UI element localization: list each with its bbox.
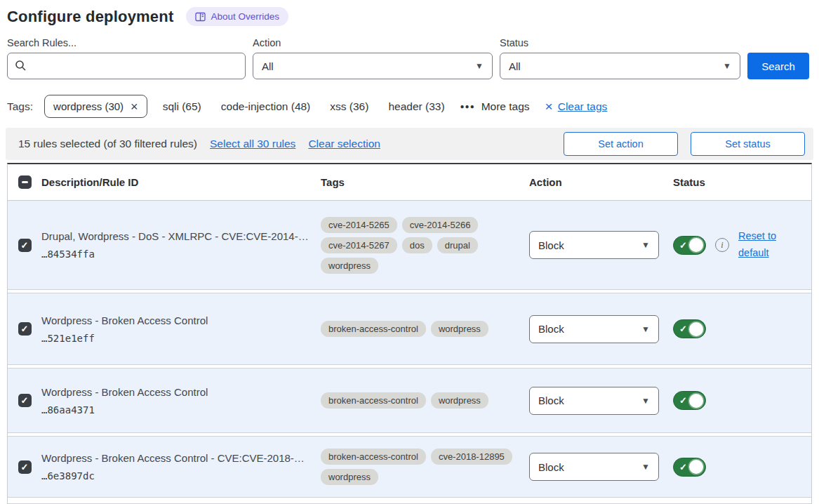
tag-filter[interactable]: sqli (65) [163,100,201,113]
toggle-knob [689,394,703,408]
selection-summary: 15 rules selected (of 30 filtered rules) [18,138,197,150]
tag-pill: dos [402,237,432,253]
table-row: ✓ Wordpress - Broken Access Control …86a… [8,368,811,433]
rule-description: Wordpress - Broken Access Control - CVE:… [41,452,321,464]
about-overrides-badge[interactable]: About Overrides [186,7,288,26]
tags-bar: Tags: wordpress (30) × sqli (65)code-inj… [7,95,812,118]
table-row: ✓ Wordpress - Broken Access Control - CV… [8,436,811,498]
page-title: Configure deployment [7,8,173,26]
search-input[interactable] [7,53,246,79]
check-icon: ✓ [679,462,687,472]
rule-id: …6e3897dc [41,470,321,482]
table-row: ✓ Drupal, Wordpress - DoS - XMLRPC - CVE… [8,201,811,290]
tag-filter[interactable]: xss (36) [330,100,368,113]
rule-tags: broken-access-controlcve-2018-12895wordp… [321,442,526,492]
tag-pill: wordpress [431,392,488,409]
search-icon [15,60,27,72]
rule-action-value: Block [538,239,564,251]
column-tags: Tags [321,176,529,188]
tag-pill: broken-access-control [321,392,426,409]
rule-id: …521e1eff [41,333,321,344]
rule-status-toggle[interactable]: ✓ [673,391,706,410]
tag-filter[interactable]: header (33) [388,100,444,113]
about-overrides-label: About Overrides [211,11,279,22]
selected-tag-label: wordpress (30) [53,100,124,112]
search-field: Search Rules... [7,37,246,79]
tag-pill: wordpress [321,258,378,274]
chevron-down-icon: ▼ [641,240,650,250]
set-status-button[interactable]: Set status [691,132,805,156]
row-checkbox[interactable]: ✓ [18,322,32,336]
clear-selection-link[interactable]: Clear selection [308,138,380,150]
remove-tag-icon[interactable]: × [131,102,138,112]
search-button[interactable]: Search [747,53,809,79]
configure-deployment-page: Configure deployment About Overrides Sea… [0,0,819,504]
check-icon: ✓ [679,395,687,406]
ellipsis-icon: ●●● [460,102,475,110]
select-all-checkbox[interactable] [18,175,32,189]
status-filter-value: All [509,60,521,72]
book-icon [195,12,206,22]
rule-action-select[interactable]: Block ▼ [529,453,659,481]
row-checkbox[interactable]: ✓ [18,239,32,252]
action-filter-label: Action [253,37,493,48]
search-rules-label: Search Rules... [7,37,246,48]
action-filter-field: Action All ▼ [253,37,493,79]
rule-action-select[interactable]: Block ▼ [529,315,659,343]
tag-filter-list: sqli (65)code-injection (48)xss (36)head… [163,100,445,113]
row-checkbox[interactable]: ✓ [18,460,32,474]
rule-description: Wordpress - Broken Access Control [41,386,321,398]
status-filter-label: Status [500,37,740,48]
rule-tags: broken-access-controlwordpress [321,314,526,344]
check-icon: ✓ [679,240,687,251]
selection-bar: 15 rules selected (of 30 filtered rules)… [6,128,813,160]
more-tags-button[interactable]: ●●● More tags [460,100,530,113]
tag-filter[interactable]: code-injection (48) [221,100,311,113]
reset-to-default-link[interactable]: Reset to default [738,228,783,262]
selected-tag-wordpress[interactable]: wordpress (30) × [44,95,147,118]
chevron-down-icon: ▼ [475,61,484,71]
table-row: ✓ Wordpress - Broken Access Control …521… [8,293,811,365]
column-action: Action [529,176,673,188]
info-icon[interactable]: i [715,238,729,252]
rule-status-toggle[interactable]: ✓ [673,319,706,338]
tags-label: Tags: [7,100,33,113]
tag-pill: wordpress [431,321,488,337]
chevron-down-icon: ▼ [641,324,650,334]
rule-description: Wordpress - Broken Access Control [41,314,321,326]
row-checkbox[interactable]: ✓ [18,394,32,407]
tag-pill: cve-2014-5267 [321,237,397,253]
rule-status-toggle[interactable]: ✓ [673,458,706,477]
rule-action-select[interactable]: Block ▼ [529,231,659,259]
tag-pill: cve-2014-5265 [321,217,397,233]
rule-action-value: Block [538,323,564,335]
status-filter-field: Status All ▼ [500,37,740,79]
rule-tags: cve-2014-5265cve-2014-5266cve-2014-5267d… [321,210,526,281]
rule-action-select[interactable]: Block ▼ [529,387,659,415]
filter-bar: Search Rules... Action All ▼ Status All … [7,37,812,79]
tag-pill: drupal [437,237,478,253]
action-filter-select[interactable]: All ▼ [253,53,493,79]
rule-id: …86aa4371 [41,404,321,416]
table-body: ✓ Drupal, Wordpress - DoS - XMLRPC - CVE… [8,201,811,498]
toggle-knob [689,238,703,252]
status-filter-select[interactable]: All ▼ [500,53,740,79]
tag-pill: broken-access-control [321,321,426,337]
rule-action-value: Block [538,461,564,473]
tag-pill: broken-access-control [321,449,426,465]
rule-tags: broken-access-controlwordpress [321,385,526,416]
column-description: Description/Rule ID [41,176,321,188]
set-action-button[interactable]: Set action [564,132,678,156]
rule-status-toggle[interactable]: ✓ [673,236,706,255]
page-header: Configure deployment About Overrides [7,7,812,26]
tag-pill: wordpress [321,469,378,485]
tag-pill: cve-2018-12895 [431,449,512,465]
rules-table: Description/Rule ID Tags Action Status ✓… [7,163,812,504]
select-all-rules-link[interactable]: Select all 30 rules [210,138,295,150]
rule-id: …84534ffa [41,248,321,260]
action-filter-value: All [262,60,274,72]
toggle-knob [689,460,703,474]
clear-tags-link[interactable]: × Clear tags [545,100,608,113]
clear-tags-x-icon: × [545,102,553,112]
check-icon: ✓ [679,324,687,334]
